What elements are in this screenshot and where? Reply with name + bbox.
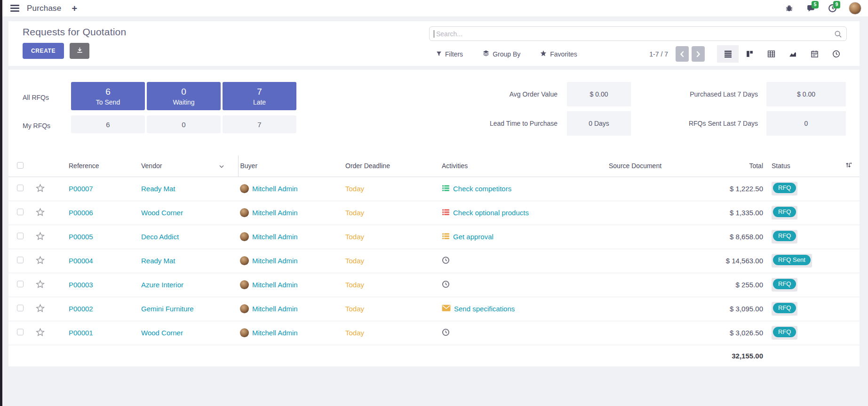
graph-view-icon[interactable] (782, 45, 804, 63)
activities-icon[interactable]: 9 (827, 3, 837, 14)
create-button[interactable]: CREATE (23, 43, 64, 59)
search-input[interactable] (430, 27, 846, 41)
my-rfq-count[interactable]: 0 (147, 115, 221, 133)
activity-link[interactable]: Check optional products (453, 209, 529, 217)
my-rfq-count[interactable]: 6 (71, 115, 145, 133)
activities-count-badge: 9 (833, 1, 840, 8)
table-row[interactable]: P00007Ready MatMitchell AdminToday Check… (8, 177, 860, 201)
buyer-link[interactable]: Mitchell Admin (252, 329, 298, 337)
table-row[interactable]: P00002Gemini FurnitureMitchell AdminToda… (8, 297, 860, 321)
header-total[interactable]: Total (715, 155, 767, 177)
row-checkbox[interactable] (17, 281, 24, 287)
vendor-link[interactable]: Wood Corner (141, 209, 183, 217)
reference-link[interactable]: P00003 (69, 281, 93, 289)
favorite-star-icon[interactable] (36, 328, 45, 338)
buyer-link[interactable]: Mitchell Admin (252, 257, 298, 265)
reference-link[interactable]: P00005 (69, 233, 93, 241)
activity-view-icon[interactable] (825, 45, 847, 63)
header-vendor[interactable]: Vendor (139, 155, 238, 177)
search-icon[interactable] (834, 30, 842, 40)
select-all-checkbox[interactable] (17, 162, 24, 169)
user-avatar[interactable] (849, 2, 861, 15)
buyer-link[interactable]: Mitchell Admin (252, 305, 298, 313)
table-row[interactable]: P00006Wood CornerMitchell AdminToday Che… (8, 201, 860, 225)
row-checkbox[interactable] (17, 185, 24, 191)
activity-clock-icon[interactable] (442, 256, 450, 266)
activity-list-icon[interactable] (442, 184, 450, 194)
messages-icon[interactable]: 5 (805, 3, 816, 14)
vendor-link[interactable]: Azure Interior (141, 281, 183, 289)
optional-columns-icon[interactable] (837, 155, 860, 177)
favorite-star-icon[interactable] (36, 208, 45, 218)
row-checkbox[interactable] (17, 329, 24, 335)
calendar-view-icon[interactable] (804, 45, 825, 63)
reference-link[interactable]: P00006 (69, 209, 93, 217)
kpi-value: 0 (766, 111, 846, 136)
vendor-link[interactable]: Ready Mat (141, 185, 175, 193)
plus-icon[interactable]: + (72, 4, 77, 13)
favorite-star-icon[interactable] (36, 256, 45, 266)
row-checkbox[interactable] (17, 233, 24, 239)
buyer-avatar (240, 184, 249, 193)
main-content: All RFQs6To Send0Waiting7LateMy RFQs607 … (8, 70, 860, 366)
pivot-view-icon[interactable] (760, 45, 782, 63)
activity-clock-icon[interactable] (442, 280, 450, 290)
list-view-icon[interactable] (717, 45, 739, 63)
favorite-star-icon[interactable] (36, 280, 45, 290)
row-checkbox[interactable] (17, 209, 24, 215)
vendor-link[interactable]: Deco Addict (141, 233, 179, 241)
table-row[interactable]: P00001Wood CornerMitchell AdminToday $ 3… (8, 321, 860, 345)
header-order-deadline[interactable]: Order Deadline (343, 155, 440, 177)
activity-link[interactable]: Get approval (453, 233, 494, 241)
rfq-status-grid: All RFQs6To Send0Waiting7LateMy RFQs607 (23, 82, 296, 136)
row-checkbox[interactable] (17, 305, 24, 311)
reference-link[interactable]: P00004 (69, 257, 93, 265)
favorite-star-icon[interactable] (36, 232, 45, 242)
buyer-link[interactable]: Mitchell Admin (252, 281, 298, 289)
vendor-link[interactable]: Wood Corner (141, 329, 183, 337)
kanban-view-icon[interactable] (739, 45, 760, 63)
apps-menu-icon[interactable] (10, 5, 19, 12)
export-button[interactable] (70, 43, 89, 59)
header-status[interactable]: Status (767, 155, 837, 177)
activity-list-icon[interactable] (442, 208, 450, 218)
buyer-link[interactable]: Mitchell Admin (252, 185, 298, 193)
header-activities[interactable]: Activities (440, 155, 607, 177)
my-rfq-count[interactable]: 7 (223, 115, 296, 133)
footer-total: 32,155.00 (715, 345, 767, 366)
reference-link[interactable]: P00002 (69, 305, 93, 313)
debug-bug-icon[interactable] (784, 3, 794, 14)
rfq-box-late[interactable]: 7Late (223, 82, 296, 110)
pager-prev-button[interactable] (676, 46, 689, 62)
header-buyer[interactable]: Buyer (238, 155, 343, 177)
pager-next-button[interactable] (692, 46, 705, 62)
vendor-link[interactable]: Ready Mat (141, 257, 175, 265)
rfq-box-to-send[interactable]: 6To Send (71, 82, 145, 110)
app-name[interactable]: Purchase (27, 4, 61, 13)
source-document-cell (607, 273, 715, 297)
rfq-box-waiting[interactable]: 0Waiting (147, 82, 221, 110)
favorite-star-icon[interactable] (36, 184, 45, 194)
activity-envelope-icon[interactable] (442, 304, 451, 313)
favorite-star-icon[interactable] (36, 304, 45, 314)
messages-count-badge: 5 (812, 1, 819, 8)
vendor-link[interactable]: Gemini Furniture (141, 305, 194, 313)
table-row[interactable]: P00005Deco AddictMitchell AdminToday Get… (8, 225, 860, 249)
header-source-document[interactable]: Source Document (607, 155, 715, 177)
header-reference[interactable]: Reference (67, 155, 139, 177)
activity-clock-icon[interactable] (442, 328, 450, 338)
favorites-button[interactable]: Favorites (540, 50, 577, 58)
table-row[interactable]: P00004Ready MatMitchell AdminToday $ 14,… (8, 249, 860, 273)
reference-link[interactable]: P00007 (69, 185, 93, 193)
filters-button[interactable]: Filters (436, 50, 463, 58)
buyer-link[interactable]: Mitchell Admin (252, 209, 298, 217)
activity-list-icon[interactable] (442, 232, 450, 242)
reference-link[interactable]: P00001 (69, 329, 93, 337)
activity-link[interactable]: Send specifications (454, 305, 515, 313)
row-checkbox[interactable] (17, 257, 24, 263)
table-row[interactable]: P00003Azure InteriorMitchell AdminToday … (8, 273, 860, 297)
group-by-button[interactable]: Group By (483, 50, 520, 58)
buyer-link[interactable]: Mitchell Admin (252, 233, 298, 241)
rfq-box-title: Late (253, 98, 266, 106)
activity-link[interactable]: Check competitors (453, 185, 511, 193)
